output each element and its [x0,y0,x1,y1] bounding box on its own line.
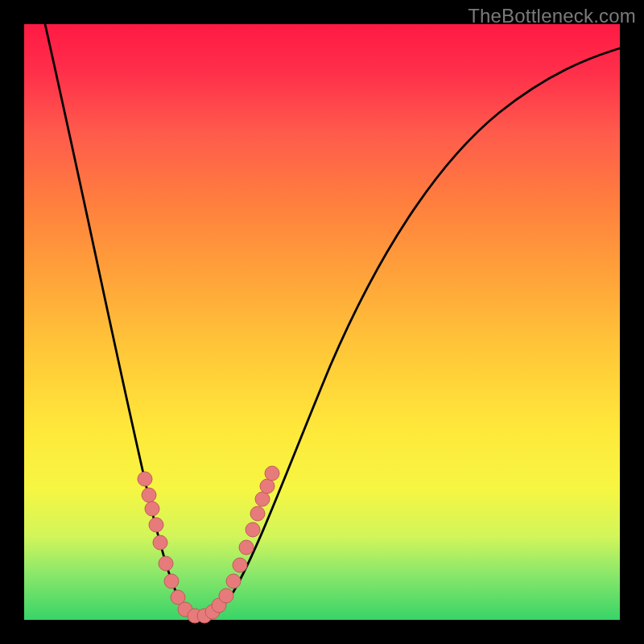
plot-gradient-area [24,24,620,620]
chart-container: TheBottleneck.com [0,0,644,644]
watermark-label: TheBottleneck.com [468,5,636,27]
